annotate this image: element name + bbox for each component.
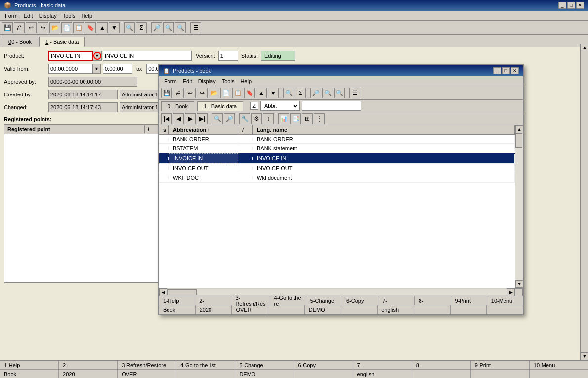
row-s-4: [159, 167, 169, 170]
modal-minimize-button[interactable]: _: [493, 67, 501, 74]
modal-grid-header: s Abbreviation↑ / Lang. name: [159, 125, 515, 135]
modal-tb-nav[interactable]: 🔖: [244, 88, 255, 98]
modal-status-help: 1-Help: [159, 296, 195, 305]
list-item[interactable]: BSTATEM BANK statement: [159, 144, 515, 153]
modal-tb-open[interactable]: 📂: [209, 88, 219, 98]
modal-tb-list[interactable]: ☰: [349, 88, 360, 98]
modal-col-header-sort[interactable]: /: [238, 125, 253, 134]
modal-menu-bar: Form Edit Display Tools Help: [159, 76, 523, 86]
modal-close-button[interactable]: ✕: [511, 67, 519, 74]
modal-nav-export2[interactable]: 📑: [290, 113, 301, 124]
modal-search-dropdown[interactable]: Abbr. Lang. name: [260, 101, 300, 111]
modal-status-row2: Book 2020 OVER DEMO english: [159, 305, 523, 314]
modal-tab-basic-data[interactable]: 1 - Basic data: [197, 101, 243, 111]
modal-search-input[interactable]: [302, 101, 361, 111]
row-s-2: [159, 147, 169, 150]
row-abbr-5: WKF DOC: [169, 173, 238, 182]
modal-menu-edit[interactable]: Edit: [180, 78, 195, 85]
modal-status-empty2: [341, 305, 378, 314]
row-abbr-2: BSTATEM: [169, 144, 238, 153]
row-s-1: [159, 138, 169, 141]
row-abbr-4: INVOICE OUT: [169, 164, 238, 173]
modal-col-header-lang[interactable]: Lang. name: [253, 125, 515, 134]
modal-tb-up[interactable]: ▲: [256, 88, 267, 98]
row-s-3: [159, 157, 169, 160]
row-lang-1: BANK ORDER: [253, 135, 515, 143]
main-window: 📦 Products - basic data _ □ ✕ Form Edit …: [0, 0, 588, 378]
modal-status-over: OVER: [232, 305, 268, 314]
modal-tb-undo[interactable]: ↩: [185, 88, 196, 98]
modal-tb-redo[interactable]: ↪: [197, 88, 208, 98]
row-sort-2: [238, 147, 253, 150]
modal-nav-export1[interactable]: 📊: [278, 113, 289, 124]
modal-tb-sum[interactable]: Σ: [295, 88, 306, 98]
row-abbr-1: BANK ORDER: [169, 135, 238, 143]
modal-search-z-label: Z: [250, 102, 258, 110]
modal-nav-next[interactable]: ▶: [185, 113, 196, 124]
modal-hscrollbar[interactable]: ◀ ▶: [159, 288, 523, 296]
modal-status-book: Book: [159, 305, 196, 314]
modal-tb-search2[interactable]: 🔍: [322, 88, 333, 98]
modal-status-year: 2020: [196, 305, 232, 314]
row-sort-3: [238, 157, 253, 160]
modal-tb-copy[interactable]: 📋: [232, 88, 243, 98]
modal-nav-config[interactable]: ⋮: [314, 113, 325, 124]
modal-nav-last[interactable]: ▶|: [197, 113, 208, 124]
modal-hscroll-right[interactable]: ▶: [507, 288, 515, 296]
modal-overlay: 📋 Products - book _ □ ✕ Form Edit Displa…: [0, 0, 588, 378]
modal-status-change: 5-Change: [306, 296, 342, 305]
modal-menu-tools[interactable]: Tools: [219, 78, 238, 85]
modal-hscroll-left[interactable]: ◀: [159, 288, 167, 296]
modal-nav-toolbar: |◀ ◀ ▶ ▶| 🔍 🔎 🔧 ⚙ ↕ 📊 📑 ⊞ ⋮: [159, 112, 523, 125]
modal-tb-search1[interactable]: 🔎: [310, 88, 321, 98]
modal-grid-scroll-area: s Abbreviation↑ / Lang. name BANK ORDER: [159, 125, 515, 288]
list-item[interactable]: INVOICE OUT INVOICE OUT: [159, 164, 515, 173]
modal-tb-new[interactable]: 📄: [220, 88, 231, 98]
modal-tab-search-bar: 0 - Book 1 - Basic data Z Abbr. Lang. na…: [159, 100, 523, 112]
modal-hscroll-thumb[interactable]: [167, 289, 197, 295]
modal-status-empty1: [268, 305, 305, 314]
modal-maximize-button[interactable]: □: [502, 67, 510, 74]
modal-tb-save[interactable]: 💾: [161, 88, 172, 98]
row-lang-5: Wkf document: [253, 173, 515, 182]
modal-scroll-track: [515, 133, 523, 280]
row-sort-4: [238, 167, 253, 170]
modal-status-7: 7-: [378, 296, 415, 305]
modal-tb-filter[interactable]: 🔍: [283, 88, 294, 98]
modal-status-copy: 6-Copy: [342, 296, 378, 305]
modal-icon: 📋: [163, 68, 170, 74]
modal-tb-search3[interactable]: 🔍: [334, 88, 345, 98]
modal-scroll-thumb[interactable]: [515, 133, 522, 148]
modal-status-bar: 1-Help 2- 3-Refresh/Res 4-Go to the re 5…: [159, 296, 523, 314]
modal-tb-print[interactable]: 🖨: [173, 88, 184, 98]
modal-nav-sort[interactable]: ↕: [263, 113, 274, 124]
modal-nav-first[interactable]: |◀: [161, 113, 172, 124]
modal-vscrollbar[interactable]: ▲ ▼: [515, 125, 523, 288]
modal-status-menu: 10-Menu: [487, 296, 523, 305]
modal-nav-filter1[interactable]: 🔧: [239, 113, 250, 124]
list-item[interactable]: WKF DOC Wkf document: [159, 173, 515, 183]
modal-col-header-abbr[interactable]: Abbreviation↑: [169, 125, 238, 134]
modal-menu-display[interactable]: Display: [195, 78, 219, 85]
row-s-5: [159, 176, 169, 179]
list-item[interactable]: INVOICE IN INVOICE IN: [159, 153, 515, 164]
modal-menu-help[interactable]: Help: [237, 78, 254, 85]
modal-status-row1: 1-Help 2- 3-Refresh/Res 4-Go to the re 5…: [159, 296, 523, 305]
modal-menu-form[interactable]: Form: [161, 78, 180, 85]
modal-nav-filter2[interactable]: ⚙: [251, 113, 262, 124]
modal-status-refresh: 3-Refresh/Res: [231, 296, 270, 305]
row-sort-1: [238, 138, 253, 141]
modal-scroll-down[interactable]: ▼: [515, 280, 523, 288]
modal-tb-down[interactable]: ▼: [268, 88, 279, 98]
modal-tab-book[interactable]: 0 - Book: [161, 101, 194, 111]
modal-status-goto: 4-Go to the re: [270, 296, 306, 305]
modal-status-2: 2-: [195, 296, 231, 305]
modal-status-8: 8-: [415, 296, 451, 305]
modal-window: 📋 Products - book _ □ ✕ Form Edit Displa…: [158, 64, 524, 315]
modal-scroll-up[interactable]: ▲: [515, 125, 523, 133]
list-item[interactable]: BANK ORDER BANK ORDER: [159, 135, 515, 144]
modal-nav-export3[interactable]: ⊞: [302, 113, 313, 124]
modal-nav-search[interactable]: 🔍: [212, 113, 223, 124]
modal-nav-prev[interactable]: ◀: [173, 113, 184, 124]
modal-nav-search2[interactable]: 🔎: [224, 113, 235, 124]
